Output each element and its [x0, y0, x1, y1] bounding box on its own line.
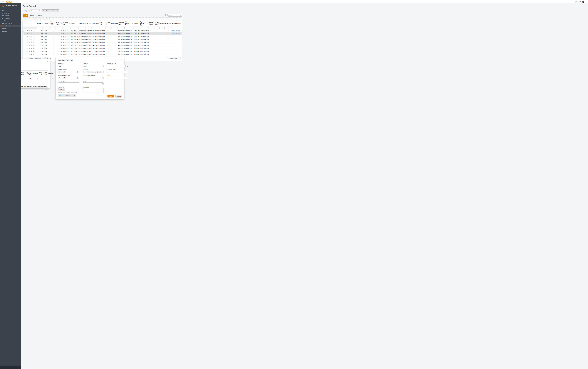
row-checkbox[interactable] [23, 51, 24, 52]
filter-comments[interactable] [111, 27, 117, 29]
column-header-cashier[interactable]: Cashier [133, 20, 139, 27]
decline-icon[interactable] [33, 50, 34, 52]
approve-icon[interactable] [31, 36, 32, 37]
filter-funnel-icon[interactable] [69, 23, 70, 24]
filter-cashier[interactable] [134, 27, 139, 29]
cancel-button[interactable]: Cancel [115, 95, 122, 98]
filter-advance-active[interactable] [149, 27, 154, 29]
edit-icon[interactable] [26, 50, 28, 52]
sidebar-item-backups[interactable]: Backups [0, 30, 21, 32]
filter-funnel-icon[interactable] [85, 23, 86, 24]
filter-funnel-icon[interactable] [132, 23, 133, 24]
decline-icon[interactable] [33, 33, 34, 34]
filter-funnel-icon[interactable] [159, 23, 160, 24]
edit-icon[interactable] [26, 36, 28, 37]
column-header-payment-source-type[interactable]: Payment Source Type [139, 20, 149, 27]
hamburger-menu-icon[interactable] [2, 1, 3, 2]
calendar-icon[interactable] [77, 71, 78, 73]
column-header-attached-file[interactable]: Attached File [171, 20, 182, 27]
payment-date-input[interactable]: 10-Jul-2019 [58, 71, 79, 73]
filter-funnel-icon[interactable] [147, 23, 148, 24]
sidebar-item-export[interactable]: Export [0, 27, 21, 30]
spinner-icons[interactable]: ▲▼ [78, 66, 78, 67]
row-checkbox[interactable] [23, 33, 24, 34]
decline-icon[interactable] [33, 39, 34, 40]
attached-file-name[interactable]: img_001.jpg (200 Kb) [59, 95, 74, 96]
decline-icon[interactable] [33, 30, 34, 31]
close-icon[interactable]: ✕ [47, 60, 48, 62]
column-header-to-usd-rate[interactable]: To USD Rate [56, 20, 62, 27]
column-header-department[interactable]: Department [92, 20, 99, 27]
filter-funnel-icon[interactable] [124, 23, 125, 24]
export-menu-button[interactable]: Export ▼ [30, 15, 36, 16]
column-header-operation-type[interactable]: Operation Type [118, 20, 125, 27]
amount-input[interactable]: 5.50 ▲▼ [58, 65, 79, 67]
column-chooser-icon[interactable] [165, 14, 166, 16]
approve-icon[interactable] [31, 50, 32, 52]
amount-in-usd-input[interactable] [107, 65, 126, 67]
select-all-checkbox[interactable] [23, 23, 24, 24]
column-header-employee[interactable]: Employee [78, 20, 86, 27]
decline-icon[interactable] [33, 42, 34, 43]
delete-icon[interactable]: ✕ [29, 36, 30, 37]
edit-icon[interactable] [26, 33, 28, 34]
sidebar-item-my-reports[interactable]: My Reports [0, 12, 21, 14]
column-header-office[interactable]: Office [86, 20, 92, 27]
approve-icon[interactable] [31, 33, 32, 34]
search-box[interactable] [168, 14, 182, 17]
filter-funnel-icon[interactable] [180, 23, 181, 24]
sidebar-item-archive[interactable]: Archive [0, 20, 21, 22]
filter-funnel-icon[interactable] [75, 23, 76, 24]
table-row[interactable]: ✕2.50USD12.5010-Jul-2019NON PROJECTPeter… [22, 32, 182, 35]
next-page-icon[interactable]: › [52, 57, 52, 59]
new-button[interactable]: New [22, 14, 28, 17]
column-header-currency[interactable]: Currency [44, 20, 50, 27]
remove-file-icon[interactable]: ✕ [74, 95, 75, 96]
sidebar-item-declined-reports[interactable]: Declined Reports [0, 22, 21, 25]
advance-expiry-date-input[interactable]: 10-Jul-2019 [58, 77, 79, 79]
row-checkbox[interactable] [23, 30, 24, 31]
approve-icon[interactable] [31, 53, 32, 55]
filter-funnel-icon[interactable] [104, 23, 105, 24]
payment-source-type-select[interactable]: ▼ [83, 77, 104, 79]
currency-select[interactable]: EUR ▼ [83, 65, 104, 67]
sidebar-item-cash-operations[interactable]: Cash Operations [0, 25, 21, 27]
column-header-advance-active[interactable]: Advance Active [149, 20, 155, 27]
filter-funnel-icon[interactable] [42, 23, 43, 24]
column-header-advance-expiry-date[interactable]: Advance Expiry Date [125, 20, 133, 27]
delete-icon[interactable]: ✕ [29, 53, 30, 55]
delete-icon[interactable]: ✕ [29, 42, 30, 43]
filter-report[interactable] [106, 27, 111, 29]
add-file-button[interactable]: Add File [58, 88, 65, 91]
filter-funnel-icon[interactable] [110, 23, 111, 24]
delete-icon[interactable]: ✕ [29, 48, 30, 49]
decline-icon[interactable] [33, 45, 34, 46]
filter-funnel-icon[interactable] [54, 23, 55, 24]
selected-positions-details-button[interactable]: Selected Positions Details [42, 10, 59, 12]
decline-icon[interactable] [33, 53, 34, 55]
column-header-payment-date[interactable]: Payment Date [62, 20, 70, 27]
save-button[interactable]: Save [107, 95, 114, 98]
row-checkbox[interactable] [23, 36, 24, 37]
approve-icon[interactable] [31, 42, 32, 43]
column-header-approved[interactable]: Approved [165, 20, 171, 27]
filter-office[interactable] [86, 27, 91, 29]
filter-funnel-icon[interactable] [61, 23, 62, 24]
filter-funnel-icon[interactable] [90, 23, 91, 24]
row-checkbox[interactable] [23, 45, 24, 46]
attached-file-link[interactable]: image_002.jpg [172, 33, 180, 34]
attached-file-link[interactable]: image_001.jpg [172, 30, 180, 31]
column-header-comments[interactable]: Comments [111, 20, 118, 27]
edit-icon[interactable] [26, 48, 28, 49]
delete-icon[interactable]: ✕ [29, 30, 30, 31]
filter-ecpr-code[interactable] [155, 27, 160, 29]
page-size-select[interactable]: 10 ▼ [175, 57, 181, 60]
calendar-icon[interactable] [77, 77, 78, 79]
class-select[interactable]: ▼ [83, 82, 104, 85]
approve-icon[interactable] [31, 45, 32, 46]
edit-icon[interactable] [26, 30, 28, 31]
filter-class[interactable] [160, 27, 165, 29]
filter-funnel-icon[interactable] [139, 23, 140, 24]
filter-amount[interactable]: ▲▼ [37, 27, 43, 29]
table-row[interactable]: ✕2.50USD12.5010-Jul-2019NON PROJECTPeter… [22, 47, 182, 50]
